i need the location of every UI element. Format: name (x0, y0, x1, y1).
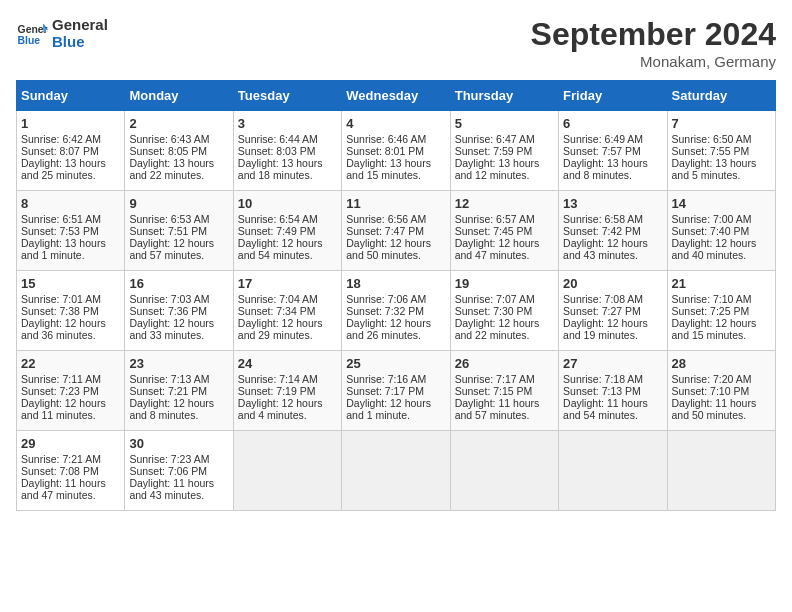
daylight-label: Daylight: 13 hours (238, 157, 337, 169)
daylight-label: Daylight: 11 hours (672, 397, 771, 409)
day-header-thursday: Thursday (450, 81, 558, 111)
daylight-value: and 19 minutes. (563, 329, 662, 341)
daylight-value: and 5 minutes. (672, 169, 771, 181)
day-number: 3 (238, 116, 337, 131)
logo: General Blue General Blue (16, 16, 108, 50)
daylight-label: Daylight: 13 hours (672, 157, 771, 169)
sunrise-time: Sunrise: 6:51 AM (21, 213, 120, 225)
daylight-label: Daylight: 12 hours (346, 397, 445, 409)
sunrise-time: Sunrise: 6:53 AM (129, 213, 228, 225)
day-number: 18 (346, 276, 445, 291)
calendar-cell: 14Sunrise: 7:00 AMSunset: 7:40 PMDayligh… (667, 191, 775, 271)
calendar-table: SundayMondayTuesdayWednesdayThursdayFrid… (16, 80, 776, 511)
sunrise-time: Sunrise: 7:16 AM (346, 373, 445, 385)
month-title: September 2024 (531, 16, 776, 53)
daylight-label: Daylight: 13 hours (563, 157, 662, 169)
daylight-value: and 43 minutes. (563, 249, 662, 261)
day-number: 7 (672, 116, 771, 131)
daylight-label: Daylight: 12 hours (563, 237, 662, 249)
sunset-time: Sunset: 7:36 PM (129, 305, 228, 317)
svg-text:Blue: Blue (18, 35, 41, 46)
daylight-label: Daylight: 12 hours (672, 237, 771, 249)
calendar-cell: 18Sunrise: 7:06 AMSunset: 7:32 PMDayligh… (342, 271, 450, 351)
sunset-time: Sunset: 7:27 PM (563, 305, 662, 317)
day-number: 10 (238, 196, 337, 211)
calendar-cell: 19Sunrise: 7:07 AMSunset: 7:30 PMDayligh… (450, 271, 558, 351)
day-number: 24 (238, 356, 337, 371)
daylight-value: and 22 minutes. (129, 169, 228, 181)
daylight-value: and 8 minutes. (129, 409, 228, 421)
sunset-time: Sunset: 8:07 PM (21, 145, 120, 157)
calendar-cell: 26Sunrise: 7:17 AMSunset: 7:15 PMDayligh… (450, 351, 558, 431)
daylight-label: Daylight: 12 hours (129, 397, 228, 409)
calendar-cell: 30Sunrise: 7:23 AMSunset: 7:06 PMDayligh… (125, 431, 233, 511)
sunset-time: Sunset: 7:17 PM (346, 385, 445, 397)
daylight-value: and 22 minutes. (455, 329, 554, 341)
sunrise-time: Sunrise: 6:42 AM (21, 133, 120, 145)
day-number: 11 (346, 196, 445, 211)
logo-icon: General Blue (16, 17, 48, 49)
daylight-label: Daylight: 12 hours (672, 317, 771, 329)
day-header-wednesday: Wednesday (342, 81, 450, 111)
sunrise-time: Sunrise: 6:47 AM (455, 133, 554, 145)
calendar-cell: 13Sunrise: 6:58 AMSunset: 7:42 PMDayligh… (559, 191, 667, 271)
sunset-time: Sunset: 7:32 PM (346, 305, 445, 317)
daylight-label: Daylight: 13 hours (455, 157, 554, 169)
daylight-value: and 15 minutes. (672, 329, 771, 341)
sunrise-time: Sunrise: 7:11 AM (21, 373, 120, 385)
daylight-value: and 1 minute. (21, 249, 120, 261)
day-number: 2 (129, 116, 228, 131)
sunrise-time: Sunrise: 6:43 AM (129, 133, 228, 145)
day-number: 21 (672, 276, 771, 291)
day-header-sunday: Sunday (17, 81, 125, 111)
title-block: September 2024 Monakam, Germany (531, 16, 776, 70)
sunset-time: Sunset: 7:38 PM (21, 305, 120, 317)
calendar-cell: 24Sunrise: 7:14 AMSunset: 7:19 PMDayligh… (233, 351, 341, 431)
daylight-label: Daylight: 11 hours (563, 397, 662, 409)
calendar-cell: 29Sunrise: 7:21 AMSunset: 7:08 PMDayligh… (17, 431, 125, 511)
sunrise-time: Sunrise: 7:17 AM (455, 373, 554, 385)
daylight-value: and 47 minutes. (455, 249, 554, 261)
daylight-value: and 1 minute. (346, 409, 445, 421)
sunset-time: Sunset: 7:23 PM (21, 385, 120, 397)
daylight-value: and 4 minutes. (238, 409, 337, 421)
day-number: 15 (21, 276, 120, 291)
daylight-label: Daylight: 12 hours (455, 237, 554, 249)
day-number: 1 (21, 116, 120, 131)
calendar-cell (559, 431, 667, 511)
sunset-time: Sunset: 7:59 PM (455, 145, 554, 157)
sunrise-time: Sunrise: 7:04 AM (238, 293, 337, 305)
sunrise-time: Sunrise: 7:13 AM (129, 373, 228, 385)
daylight-label: Daylight: 12 hours (563, 317, 662, 329)
daylight-label: Daylight: 12 hours (346, 317, 445, 329)
daylight-label: Daylight: 13 hours (21, 237, 120, 249)
sunrise-time: Sunrise: 7:07 AM (455, 293, 554, 305)
sunset-time: Sunset: 7:55 PM (672, 145, 771, 157)
sunset-time: Sunset: 7:53 PM (21, 225, 120, 237)
calendar-cell: 12Sunrise: 6:57 AMSunset: 7:45 PMDayligh… (450, 191, 558, 271)
sunrise-time: Sunrise: 7:06 AM (346, 293, 445, 305)
sunset-time: Sunset: 7:45 PM (455, 225, 554, 237)
daylight-value: and 11 minutes. (21, 409, 120, 421)
day-number: 23 (129, 356, 228, 371)
sunrise-time: Sunrise: 6:44 AM (238, 133, 337, 145)
logo-text-general: General (52, 16, 108, 33)
daylight-value: and 8 minutes. (563, 169, 662, 181)
sunrise-time: Sunrise: 7:03 AM (129, 293, 228, 305)
day-number: 12 (455, 196, 554, 211)
sunrise-time: Sunrise: 7:14 AM (238, 373, 337, 385)
day-header-saturday: Saturday (667, 81, 775, 111)
daylight-label: Daylight: 12 hours (21, 317, 120, 329)
daylight-label: Daylight: 12 hours (346, 237, 445, 249)
sunset-time: Sunset: 8:05 PM (129, 145, 228, 157)
calendar-cell: 2Sunrise: 6:43 AMSunset: 8:05 PMDaylight… (125, 111, 233, 191)
daylight-value: and 50 minutes. (346, 249, 445, 261)
calendar-cell: 4Sunrise: 6:46 AMSunset: 8:01 PMDaylight… (342, 111, 450, 191)
sunset-time: Sunset: 7:42 PM (563, 225, 662, 237)
sunset-time: Sunset: 8:03 PM (238, 145, 337, 157)
sunset-time: Sunset: 7:34 PM (238, 305, 337, 317)
day-number: 13 (563, 196, 662, 211)
week-row-4: 22Sunrise: 7:11 AMSunset: 7:23 PMDayligh… (17, 351, 776, 431)
calendar-cell: 25Sunrise: 7:16 AMSunset: 7:17 PMDayligh… (342, 351, 450, 431)
calendar-cell: 17Sunrise: 7:04 AMSunset: 7:34 PMDayligh… (233, 271, 341, 351)
